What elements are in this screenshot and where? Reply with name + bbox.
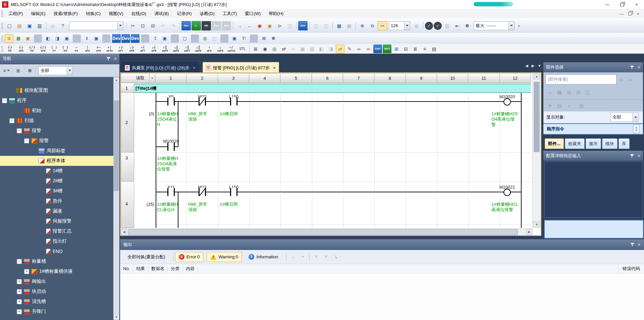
tree-expander[interactable]: − <box>17 259 22 264</box>
project-combo[interactable] <box>69 21 123 30</box>
coil-icon[interactable]: ( ) F7 <box>49 44 60 54</box>
instruction-category-item[interactable]: 顺序指令 ▲▼ <box>543 123 643 135</box>
menu-item[interactable]: 窗口(W) <box>241 9 265 18</box>
menu-item[interactable]: 记录(R) <box>173 9 196 18</box>
find-device-icon[interactable]: ∞ <box>355 45 363 53</box>
navigation-window-toggle-icon[interactable]: ≣ <box>5 34 13 43</box>
redo-icon[interactable]: ↷ <box>168 21 178 30</box>
navigation-scrollbar[interactable]: ▲ ▼ <box>113 77 119 320</box>
docking-icon[interactable]: ⊞ <box>260 34 268 43</box>
menu-item[interactable]: 工程(P) <box>4 9 27 18</box>
note-edit-icon[interactable]: ⇄ <box>279 45 288 53</box>
menu-item[interactable]: 工具(T) <box>219 9 241 18</box>
output-option-icon[interactable]: ▫ <box>288 252 298 262</box>
nc-contact-M22[interactable] <box>199 98 206 106</box>
device-verify-icon[interactable]: HK <box>202 21 211 30</box>
device-monitor-icon[interactable]: Dev <box>298 21 308 30</box>
tree-item-alarm-block[interactable]: − 报警 <box>0 126 113 136</box>
open-project-icon[interactable]: ▤ <box>15 21 24 30</box>
remote-operation-icon[interactable]: ◉ <box>265 21 274 30</box>
register-watch-icon[interactable]: ⊞ <box>392 45 401 53</box>
tree-item-alarm-folder[interactable]: − 报警 <box>0 136 113 146</box>
remove-part-icon[interactable]: ⊠ <box>574 88 583 97</box>
child-restore-button[interactable] <box>628 12 632 15</box>
device-label-icon[interactable]: Dev <box>131 34 140 43</box>
upload-icon[interactable]: ↥ <box>151 34 160 43</box>
error-filter-button[interactable]: × Error:0 <box>175 252 204 262</box>
inline-st-icon[interactable]: ▧ <box>308 45 316 53</box>
rising-pulse-branch-icon[interactable]: ↑ aF5 <box>204 44 215 54</box>
tree-item-block-start[interactable]: + 块启动 <box>0 286 113 297</box>
pause-icon[interactable]: ‖ <box>83 34 91 43</box>
save-project-icon[interactable]: ▣ <box>25 21 34 30</box>
information-filter-button[interactable]: ? Information <box>245 252 281 262</box>
minimize-button[interactable]: — <box>600 0 614 9</box>
device-memory-icon[interactable]: Dev <box>121 34 130 43</box>
falling-pulse-close-icon[interactable]: ↓┤ aF8 <box>148 44 159 54</box>
read-from-plc-icon[interactable]: ← <box>245 21 254 30</box>
device-comment-icon[interactable]: Dev <box>112 34 121 43</box>
delete-horizontal-line-icon[interactable]: ×─ cF9 <box>93 44 104 54</box>
write-to-plc-icon[interactable]: → <box>235 21 244 30</box>
close-button[interactable]: × <box>629 0 644 9</box>
tab-bellows-pump[interactable]: 风囊泵 [FB] [LD] (只读) (28)步 × <box>121 62 199 74</box>
window-icon-disabled2[interactable]: ◫ <box>321 21 331 30</box>
falling-pulse-branch-icon[interactable]: ↓ caF5 <box>215 44 226 54</box>
falling-pulse-icon[interactable]: ↓├ sF8 <box>126 44 137 54</box>
stl-instruction-icon[interactable]: STL <box>237 44 248 54</box>
comment-edit-icon[interactable]: ◉ <box>261 45 269 53</box>
delete-watch-icon[interactable]: ⊟ <box>401 45 410 53</box>
toolbar-icon-disabled[interactable]: ◍ <box>412 21 421 30</box>
read-mode-dropdown-icon[interactable] <box>150 73 155 83</box>
tree-item-tank2[interactable]: 2#槽 <box>0 176 113 186</box>
rung-title-row[interactable]: [Title]1#槽 <box>134 84 531 93</box>
tree-item-scan[interactable]: − 扫描 <box>0 116 113 126</box>
options-icon[interactable]: ☸ <box>269 34 278 43</box>
restore-button[interactable] <box>614 0 629 9</box>
connection-destination-icon[interactable]: ▦ <box>14 34 23 43</box>
close-icon[interactable]: × <box>114 56 117 61</box>
outline-view-icon[interactable]: ≡ <box>420 45 429 53</box>
parts-tab-library[interactable]: 库 <box>619 138 630 149</box>
edit-mode-icon[interactable]: ⊞ <box>251 45 260 53</box>
wide-comment-icon[interactable]: ▤ <box>430 45 438 53</box>
new-window-icon[interactable]: ▢ <box>180 34 189 43</box>
output-option-dropdown-icon[interactable] <box>298 252 308 262</box>
jump-icon[interactable]: ⇤ <box>452 21 462 30</box>
tree-item-tank1-supply[interactable]: + 1#槽称量桶供液 <box>0 266 113 276</box>
verify-with-plc-icon[interactable]: ◉ <box>255 21 264 30</box>
menu-item[interactable]: 转换(C) <box>82 9 105 18</box>
test-icon[interactable]: T! <box>239 34 248 43</box>
tree-item-lift-door[interactable]: + 升降门 <box>0 307 113 317</box>
find-next-icon[interactable]: ∞ <box>616 75 626 84</box>
edit-block-icon[interactable]: ◧ <box>317 45 326 53</box>
close-icon[interactable]: × <box>638 153 640 158</box>
previous-message-icon[interactable]: ↰ <box>311 252 321 262</box>
spinner-control[interactable]: ▲▼ <box>633 125 640 133</box>
find-instruction-icon[interactable]: ∞ <box>364 45 373 53</box>
close-icon[interactable]: × <box>638 65 640 70</box>
run-icon[interactable]: ▣ <box>92 34 101 43</box>
tab-scroll-left-icon[interactable]: ◀ <box>525 64 528 68</box>
combo-dropdown-icon[interactable] <box>404 22 410 30</box>
list-view-icon[interactable]: ≣ <box>411 45 420 53</box>
zoom-out-icon[interactable]: ⊖ <box>368 21 377 30</box>
tree-item-program[interactable]: − 程序 <box>0 95 113 106</box>
scroll-left-icon[interactable]: ◀ <box>121 229 127 235</box>
tree-item-tank1[interactable]: 1#槽 <box>0 166 113 176</box>
dev-batch-icon[interactable]: DEV <box>383 45 391 53</box>
tree-item-local-label[interactable]: 局部标签 <box>0 146 113 156</box>
print-icon[interactable]: ▥ <box>35 21 44 30</box>
menu-item[interactable]: 编辑(E) <box>27 9 49 18</box>
tree-expander[interactable]: − <box>2 98 7 103</box>
coil-M10021[interactable] <box>503 189 511 196</box>
check-parameter-icon[interactable]: ✓ <box>434 22 442 30</box>
delete-vertical-line-icon[interactable]: ×│ cF10 <box>104 44 115 54</box>
tab-list-icon[interactable]: ▼ <box>538 64 541 68</box>
statement-edit-icon[interactable]: ◎ <box>270 45 279 53</box>
parts-tab-favorites[interactable]: 收藏夹 <box>565 138 585 149</box>
or-open-contact-icon[interactable]: ┤├ sF5 <box>15 44 26 54</box>
tree-collapse-icon[interactable]: ≣ <box>14 67 22 75</box>
next-message-icon[interactable]: ↱ <box>321 252 331 262</box>
device-read-icon[interactable]: >_ <box>192 21 201 30</box>
